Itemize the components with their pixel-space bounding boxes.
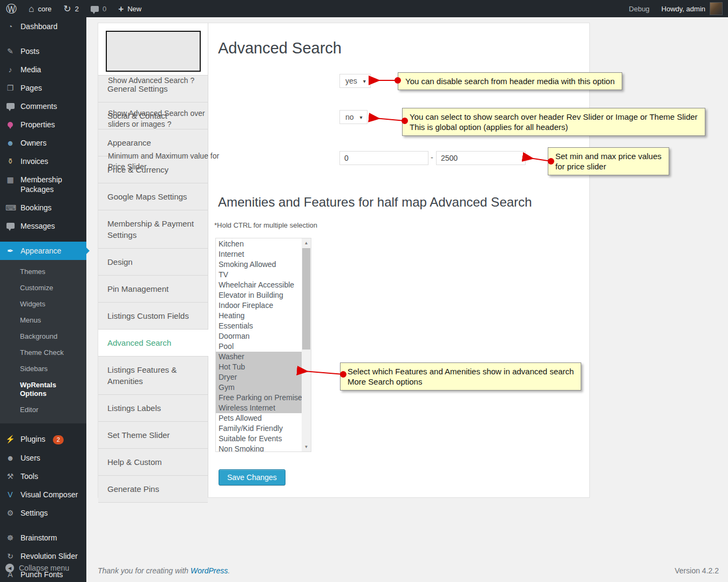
tab-set-theme-slider[interactable]: Set Theme Slider	[98, 422, 208, 449]
sidebar-item-membership-packages[interactable]: ▦Membership Packages	[0, 170, 86, 198]
sidebar-item-posts[interactable]: ✎Posts	[0, 42, 86, 60]
tab-pin-management[interactable]: Pin Management	[98, 276, 208, 303]
tab-advanced-search[interactable]: Advanced Search	[98, 330, 208, 357]
tooltip-price-minmax: Set min and max price valuesfor price sl…	[548, 147, 669, 175]
tab-google-maps-settings[interactable]: Google Maps Settings	[98, 183, 208, 210]
amenity-option-dryer[interactable]: Dryer	[216, 372, 302, 382]
sidebar-item-invoices[interactable]: ⚱Invoices	[0, 152, 86, 170]
amenity-option-wireless-internet[interactable]: Wireless Internet	[216, 403, 302, 413]
amenity-option-suitable-for-events[interactable]: Suitable for Events	[216, 434, 302, 444]
amenity-option-free-parking-on-premises[interactable]: Free Parking on Premises	[216, 393, 302, 403]
page-title: Advanced Search	[218, 39, 342, 57]
sidebar-item-label: Properties	[21, 120, 55, 129]
amenity-option-washer[interactable]: Washer	[216, 352, 302, 362]
media-icon: ♪	[5, 65, 15, 74]
sidebar-item-appearance[interactable]: ✒Appearance	[0, 242, 86, 260]
show-over-sliders-dropdown[interactable]: no ▾	[339, 110, 368, 124]
my-account-menu[interactable]: Howdy, admin	[656, 0, 705, 17]
sidebar-item-visual-composer[interactable]: VVisual Composer	[0, 485, 86, 504]
tab-listings-custom-fields[interactable]: Listings Custom Fields	[98, 303, 208, 330]
sidebar-subitem-theme-check[interactable]: Theme Check	[0, 345, 86, 361]
amenity-option-gym[interactable]: Gym	[216, 382, 302, 393]
wordpress-logo-menu[interactable]: Ⓦ	[0, 0, 23, 17]
settings-panel: General SettingsSocial & ContactAppearan…	[98, 23, 590, 498]
sidebar-subitem-editor[interactable]: Editor	[0, 402, 86, 418]
admin-bar: Ⓦ ⌂ core ↻ 2 0 + New Debug Howdy, admin	[0, 0, 728, 17]
sidebar-subitem-customize[interactable]: Customize	[0, 280, 86, 296]
amenity-option-tv[interactable]: TV	[216, 270, 302, 280]
save-changes-button[interactable]: Save Changes	[219, 469, 285, 485]
sidebar-subitem-menus[interactable]: Menus	[0, 312, 86, 328]
sidebar-item-label: Dashboard	[21, 22, 58, 31]
amenity-option-non-smoking[interactable]: Non Smoking	[216, 444, 302, 452]
scrollbar-down-button[interactable]: ▼	[302, 442, 311, 451]
updates-icon: ↻	[64, 4, 71, 13]
amenity-option-pets-allowed[interactable]: Pets Allowed	[216, 413, 302, 423]
sidebar-subitem-sidebars[interactable]: Sidebars	[0, 361, 86, 377]
multi-selection-note: *Hold CTRL for multiple selection	[214, 221, 317, 229]
comments-link[interactable]: 0	[85, 0, 112, 17]
show-over-sliders-label: Show Advanced Search over sliders or ima…	[108, 108, 226, 129]
amenity-option-doorman[interactable]: Doorman	[216, 331, 302, 341]
sidebar-item-label: Comments	[21, 101, 57, 111]
avatar[interactable]	[710, 2, 723, 15]
tab-design[interactable]: Design	[98, 249, 208, 276]
sidebar-item-bookings[interactable]: ⌨Bookings	[0, 198, 86, 217]
tab-listings-labels[interactable]: Listings Labels	[98, 395, 208, 422]
amenities-multiselect[interactable]: KitchenInternetSmoking AllowedTVWheelcha…	[215, 238, 311, 452]
debug-menu[interactable]: Debug	[623, 0, 655, 17]
sidebar-item-collapse-menu[interactable]: ◀ Collapse menu	[0, 559, 86, 577]
amenity-option-hot-tub[interactable]: Hot Tub	[216, 362, 302, 372]
comments-count: 0	[103, 5, 106, 13]
amenity-option-indoor-fireplace[interactable]: Indoor Fireplace	[216, 300, 302, 311]
plugins-update-badge: 2	[53, 435, 64, 444]
amenity-option-essentials[interactable]: Essentials	[216, 321, 302, 331]
sidebar-item-brainstorm[interactable]: ☸Brainstorm	[0, 529, 86, 547]
tab-membership-payment-settings[interactable]: Membership & Payment Settings	[98, 210, 208, 249]
sidebar-item-comments[interactable]: Comments	[0, 97, 86, 115]
updates-link[interactable]: ↻ 2	[58, 0, 85, 17]
sidebar-item-label: Invoices	[21, 156, 48, 166]
tab-generate-pins[interactable]: Generate Pins	[98, 476, 208, 503]
amenity-option-internet[interactable]: Internet	[216, 249, 302, 259]
amenity-option-pool[interactable]: Pool	[216, 341, 302, 352]
sidebar-item-label: Settings	[21, 508, 48, 518]
debug-label: Debug	[629, 5, 649, 13]
sidebar-item-settings[interactable]: ⚙Settings	[0, 504, 86, 522]
sidebar-subitem-background[interactable]: Background	[0, 328, 86, 345]
map-pin-icon	[5, 120, 15, 129]
amenities-section-title: Amenities and Features for half map Adva…	[218, 195, 532, 210]
scrollbar-thumb[interactable]	[302, 248, 310, 350]
scrollbar[interactable]: ▲ ▼	[302, 238, 311, 451]
visual-composer-icon: V	[5, 490, 15, 499]
sidebar-item-label: Messages	[21, 221, 55, 231]
new-content-menu[interactable]: + New	[112, 0, 147, 17]
amenity-option-kitchen[interactable]: Kitchen	[216, 239, 302, 249]
sidebar-item-pages[interactable]: ❐Pages	[0, 79, 86, 97]
sidebar-item-owners[interactable]: ☻Owners	[0, 134, 86, 152]
price-min-input[interactable]	[339, 151, 428, 165]
sidebar-subitem-wprentals-options[interactable]: WpRentals Options	[0, 377, 86, 402]
scrollbar-up-button[interactable]: ▲	[302, 238, 311, 248]
sidebar-item-plugins[interactable]: ⚡Plugins2	[0, 430, 86, 449]
paintbrush-icon: ✒	[5, 246, 15, 256]
sidebar-item-messages[interactable]: Messages	[0, 217, 86, 235]
amenity-option-wheelchair-accessible[interactable]: Wheelchair Accessible	[216, 280, 302, 290]
sidebar-item-dashboard[interactable]: ◔Dashboard	[0, 17, 86, 36]
sidebar-subitem-widgets[interactable]: Widgets	[0, 296, 86, 312]
site-link[interactable]: ⌂ core	[23, 0, 58, 17]
amenity-option-elevator-in-building[interactable]: Elevator in Building	[216, 290, 302, 300]
amenity-option-family-kid-friendly[interactable]: Family/Kid Friendly	[216, 423, 302, 434]
amenity-option-smoking-allowed[interactable]: Smoking Allowed	[216, 259, 302, 270]
price-max-input[interactable]	[436, 151, 526, 165]
tab-listings-features-amenities[interactable]: Listings Features & Amenities	[98, 357, 208, 395]
show-advanced-search-dropdown[interactable]: yes ▾	[339, 74, 371, 88]
amenity-option-heating[interactable]: Heating	[216, 311, 302, 321]
sidebar-subitem-themes[interactable]: Themes	[0, 264, 86, 280]
sidebar-item-tools[interactable]: ⚒Tools	[0, 467, 86, 485]
sidebar-item-properties[interactable]: Properties	[0, 115, 86, 134]
wordpress-link[interactable]: WordPress	[190, 566, 228, 575]
tab-help-custom[interactable]: Help & Custom	[98, 449, 208, 476]
sidebar-item-media[interactable]: ♪Media	[0, 60, 86, 79]
sidebar-item-users[interactable]: ☻Users	[0, 449, 86, 467]
